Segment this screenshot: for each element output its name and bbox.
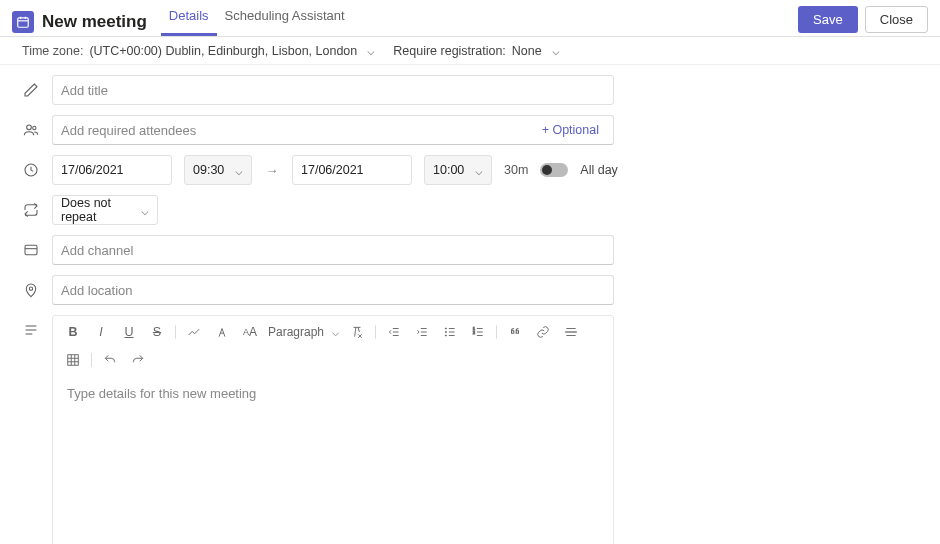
allday-toggle[interactable] xyxy=(540,163,568,177)
quote-button[interactable] xyxy=(505,322,525,342)
save-button[interactable]: Save xyxy=(798,6,858,33)
page-title: New meeting xyxy=(42,12,147,32)
redo-button[interactable] xyxy=(128,350,148,370)
underline-button[interactable]: U xyxy=(119,322,139,342)
svg-rect-33 xyxy=(68,355,79,366)
attendees-placeholder: Add required attendees xyxy=(61,123,196,138)
attendees-input[interactable]: Add required attendees + Optional xyxy=(52,115,614,145)
location-icon xyxy=(22,281,40,299)
bold-button[interactable]: B xyxy=(63,322,83,342)
meeting-form: Add title Add required attendees + Optio… xyxy=(0,65,940,544)
start-date-input[interactable]: 17/06/2021 xyxy=(52,155,172,185)
chevron-down-icon: ⌵ xyxy=(235,163,243,178)
end-time-input[interactable]: 10:00 ⌵ xyxy=(424,155,492,185)
outdent-button[interactable] xyxy=(384,322,404,342)
separator xyxy=(496,325,497,339)
optional-attendees-link[interactable]: + Optional xyxy=(542,123,599,137)
title-input[interactable]: Add title xyxy=(52,75,614,105)
chevron-down-icon: ⌵ xyxy=(141,203,149,218)
header: New meeting Details Scheduling Assistant… xyxy=(0,0,940,37)
duration-text: 30m xyxy=(504,163,528,177)
svg-text:2: 2 xyxy=(473,330,476,335)
tab-details[interactable]: Details xyxy=(161,0,217,36)
font-size-button[interactable]: AA xyxy=(240,322,260,342)
svg-point-4 xyxy=(27,125,32,130)
timezone-label: Time zone: xyxy=(22,44,83,58)
registration-label: Require registration: xyxy=(393,44,506,58)
separator xyxy=(375,325,376,339)
registration-value: None xyxy=(512,44,542,58)
bullet-list-button[interactable] xyxy=(440,322,460,342)
separator xyxy=(175,325,176,339)
arrow-right-icon: → xyxy=(264,163,280,178)
svg-point-20 xyxy=(445,331,446,332)
strike-button[interactable]: S xyxy=(147,322,167,342)
people-icon xyxy=(22,121,40,139)
clear-format-button[interactable] xyxy=(347,322,367,342)
clock-icon xyxy=(22,161,40,179)
registration-dropdown[interactable]: Require registration: None ⌵ xyxy=(393,43,559,58)
description-icon xyxy=(22,321,40,339)
number-list-button[interactable]: 12 xyxy=(468,322,488,342)
svg-point-9 xyxy=(29,287,32,290)
end-date-input[interactable]: 17/06/2021 xyxy=(292,155,412,185)
end-time-value: 10:00 xyxy=(433,163,464,177)
chevron-down-icon: ⌵ xyxy=(552,43,560,58)
undo-button[interactable] xyxy=(100,350,120,370)
svg-rect-7 xyxy=(25,245,37,254)
paragraph-dropdown[interactable]: Paragraph ⌵ xyxy=(268,325,339,339)
highlight-button[interactable] xyxy=(184,322,204,342)
timezone-value: (UTC+00:00) Dublin, Edinburgh, Lisbon, L… xyxy=(89,44,357,58)
separator xyxy=(91,353,92,367)
link-button[interactable] xyxy=(533,322,553,342)
chevron-down-icon: ⌵ xyxy=(332,325,339,339)
hr-button[interactable] xyxy=(561,322,581,342)
channel-input[interactable]: Add channel xyxy=(52,235,614,265)
tab-scheduling-assistant[interactable]: Scheduling Assistant xyxy=(217,0,353,36)
rte-toolbar: B I U S AA Paragraph ⌵ xyxy=(53,316,613,376)
paragraph-label: Paragraph xyxy=(268,325,324,339)
indent-button[interactable] xyxy=(412,322,432,342)
start-time-input[interactable]: 09:30 ⌵ xyxy=(184,155,252,185)
table-button[interactable] xyxy=(63,350,83,370)
repeat-value: Does not repeat xyxy=(61,196,137,224)
channel-icon xyxy=(22,241,40,259)
svg-point-21 xyxy=(445,335,446,336)
svg-point-19 xyxy=(445,328,446,329)
toggle-knob xyxy=(542,165,552,175)
italic-button[interactable]: I xyxy=(91,322,111,342)
repeat-dropdown[interactable]: Does not repeat ⌵ xyxy=(52,195,158,225)
start-time-value: 09:30 xyxy=(193,163,224,177)
repeat-icon xyxy=(22,201,40,219)
pencil-icon xyxy=(22,81,40,99)
svg-rect-0 xyxy=(18,18,29,27)
calendar-app-icon xyxy=(12,11,34,33)
allday-label: All day xyxy=(580,163,618,177)
subheader: Time zone: (UTC+00:00) Dublin, Edinburgh… xyxy=(0,37,940,65)
description-editor[interactable]: B I U S AA Paragraph ⌵ xyxy=(52,315,614,544)
svg-point-5 xyxy=(33,126,36,129)
close-button[interactable]: Close xyxy=(865,6,928,33)
chevron-down-icon: ⌵ xyxy=(367,43,375,58)
location-input[interactable]: Add location xyxy=(52,275,614,305)
chevron-down-icon: ⌵ xyxy=(475,163,483,178)
timezone-dropdown[interactable]: Time zone: (UTC+00:00) Dublin, Edinburgh… xyxy=(22,43,375,58)
header-tabs: Details Scheduling Assistant xyxy=(161,8,353,36)
font-color-button[interactable] xyxy=(212,322,232,342)
description-body[interactable]: Type details for this new meeting xyxy=(53,376,613,544)
